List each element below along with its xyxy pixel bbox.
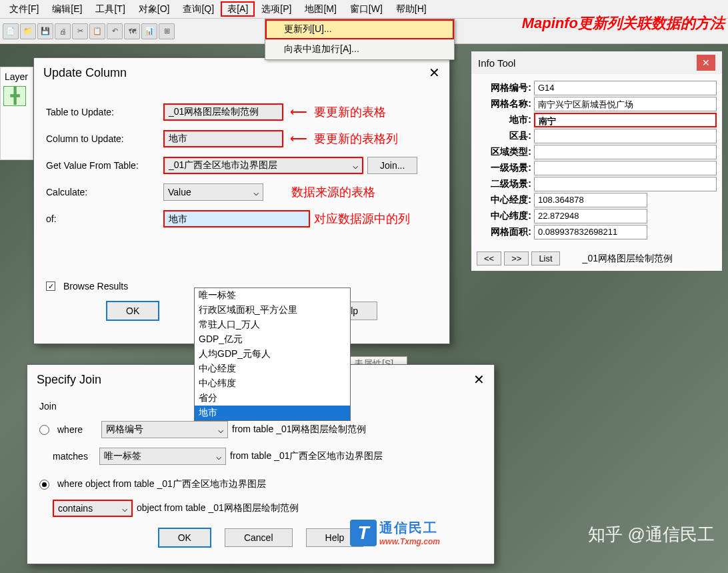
menu-object[interactable]: 对象[O] [132,1,177,17]
menu-map[interactable]: 地图[M] [298,1,343,17]
info-value[interactable]: G14 [534,81,717,95]
watermark-icon: T [350,520,377,546]
watermark-zhihu: 知乎 @通信民工 [588,523,715,546]
info-value[interactable]: 22.872948 [534,209,647,223]
of-option[interactable]: 中心经度 [195,362,350,376]
info-value-highlighted[interactable]: 南宁 [534,113,717,127]
info-tool-title-text: Info Tool [478,57,515,69]
chevron-down-icon: ⌵ [218,424,223,435]
table-to-update-select[interactable]: _01网格图层绘制范例 [163,103,283,121]
column-to-update-select[interactable]: 地市 [163,130,283,147]
browse-results-label: Browse Results [63,281,128,292]
spatial-where-radio[interactable] [39,480,49,490]
arrow-icon: ⟵ [287,105,310,119]
update-column-dialog: Update Column ✕ Table to Update: _01网格图层… [33,57,450,344]
menu-help[interactable]: 帮助[H] [389,1,433,17]
toolbar-icon[interactable]: 🗺 [124,23,140,39]
of-label: of: [46,213,159,224]
menu-table[interactable]: 表[A] [221,1,255,17]
toolbar-icon[interactable]: ⊞ [159,23,175,39]
update-column-menu-item[interactable]: 更新列[U]... [265,19,454,39]
toolbar-icon[interactable]: 📁 [20,23,36,39]
info-label: 区县: [477,130,531,142]
annotation-of: 对应数据源中的列 [314,211,410,227]
title-banner: Mapinfo更新列关联数据的方法 [522,13,725,33]
of-option[interactable]: 人均GDP_元每人 [195,347,350,362]
browse-results-checkbox[interactable] [46,281,55,291]
dialog-title-bar: Update Column ✕ [34,58,449,87]
menu-query[interactable]: 查询[Q] [176,1,221,17]
annotation-source: 数据来源的表格 [291,184,375,200]
arrow-icon: ⟵ [287,131,310,146]
info-label: 区域类型: [477,146,531,158]
chevron-down-icon: ⌵ [253,187,259,197]
annotation-column: 要更新的表格列 [314,131,398,147]
of-option[interactable]: 中心纬度 [195,376,350,391]
watermark-logo: T 通信民工 www.Txmg.com [350,519,440,546]
info-value[interactable]: 108.364878 [534,193,647,207]
of-option[interactable]: 唯一标签 [195,288,350,303]
dialog-title-text: Update Column [43,66,127,80]
toolbar-icon[interactable]: 📋 [89,23,105,39]
close-icon[interactable]: ✕ [473,372,485,388]
next-button[interactable]: >> [504,251,529,265]
toolbar-icon[interactable]: 💾 [37,23,53,39]
where-field-select[interactable]: 网格编号⌵ [101,421,228,438]
of-option[interactable]: 行政区域面积_平方公里 [195,303,350,318]
menu-tools[interactable]: 工具[T] [89,1,131,17]
toolbar-icon[interactable]: 📊 [141,23,157,39]
contains-select[interactable]: contains⌵ [53,500,133,517]
cancel-button[interactable]: Cancel [225,528,293,547]
matches-label: matches [53,451,95,462]
column-to-update-label: Column to Update: [46,133,159,144]
spatial-where-text: where object from table _01广西全区地市边界图层 [57,478,266,490]
append-row-menu-item[interactable]: 向表中追加行[A]... [265,39,454,59]
menu-options[interactable]: 选项[P] [255,1,298,17]
watermark-cn: 通信民工 [379,519,440,537]
join-button[interactable]: Join... [367,157,417,174]
info-value[interactable] [534,161,717,175]
matches-from-text: from table _01广西全区地市边界图层 [230,450,383,462]
info-value[interactable] [534,145,717,159]
of-option[interactable]: GDP_亿元 [195,332,350,347]
toolbar-icon[interactable]: ✂ [72,23,88,39]
toolbar-icon[interactable]: 🖨 [55,23,71,39]
chevron-down-icon: ⌵ [353,160,358,171]
add-layer-button[interactable]: ╋ [3,86,26,106]
annotation-table: 要更新的表格 [314,104,386,120]
get-value-from-select[interactable]: _01广西全区地市边界图层⌵ [163,157,363,174]
prev-button[interactable]: << [477,251,501,265]
dialog-title-text: Specify Join [37,373,101,387]
of-option[interactable]: 常驻人口_万人 [195,318,350,332]
info-label: 网格编号: [477,82,531,94]
list-button[interactable]: List [531,251,559,265]
calculate-label: Calculate: [46,187,159,197]
get-value-from-label: Get Value From Table: [46,160,159,171]
menu-edit[interactable]: 编辑[E] [45,1,89,17]
info-tool-panel: Info Tool ✕ 网格编号:G14 网格名称:南宁兴宁区新城吾悦广场 地市… [471,51,723,271]
of-option-selected[interactable]: 地市 [195,406,350,420]
matches-field-select[interactable]: 唯一标签⌵ [99,448,226,465]
info-label: 网格面积: [477,226,531,238]
close-icon[interactable]: ✕ [429,65,440,81]
menu-window[interactable]: 窗口[W] [343,1,389,17]
calculate-select[interactable]: Value⌵ [163,183,263,201]
close-icon[interactable]: ✕ [697,55,715,71]
ok-button[interactable]: OK [106,301,159,321]
info-label: 二级场景: [477,178,531,190]
info-label: 中心经度: [477,194,531,206]
menu-file[interactable]: 文件[F] [3,1,45,17]
toolbar-icon[interactable]: 📄 [3,23,19,39]
of-option[interactable]: 省分 [195,391,350,406]
where-radio[interactable] [39,425,49,435]
info-value[interactable] [534,177,717,191]
toolbar-icon[interactable]: ↶ [107,23,123,39]
info-label: 中心纬度: [477,210,531,222]
info-value[interactable]: 0.089937832698211 [534,225,647,239]
ok-button[interactable]: OK [158,528,211,548]
of-select[interactable]: 地市 [163,210,310,227]
info-source-label: _01网格图层绘制范例 [583,253,673,265]
info-value[interactable] [534,129,717,143]
layers-title: Layer [3,70,30,83]
info-value[interactable]: 南宁兴宁区新城吾悦广场 [534,97,717,111]
